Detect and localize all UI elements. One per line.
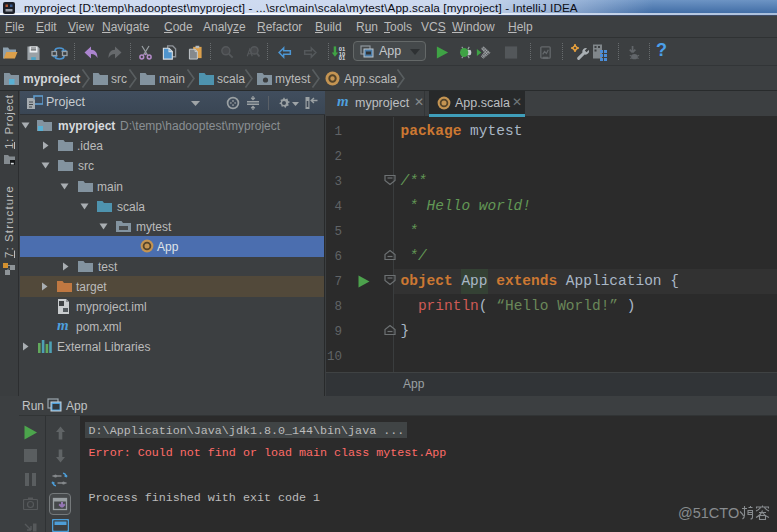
svg-text:01: 01 <box>339 55 346 60</box>
